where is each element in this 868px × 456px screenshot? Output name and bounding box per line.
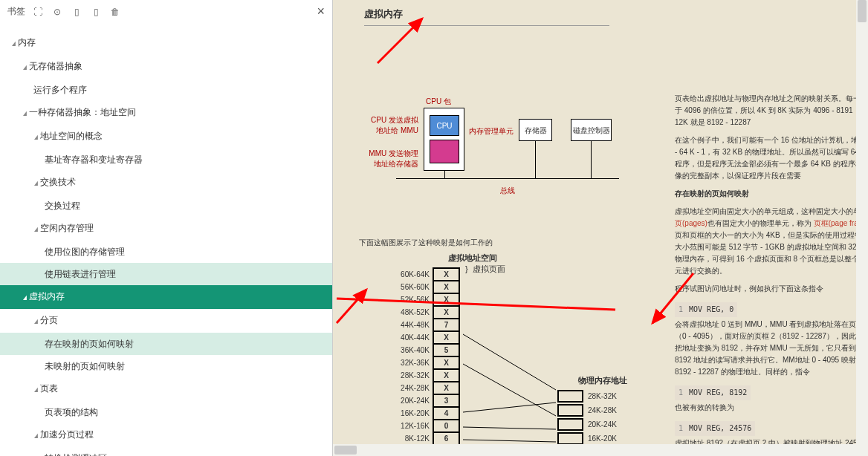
tree-node[interactable]: 交换过程: [0, 195, 332, 217]
tree-node[interactable]: 使用位图的存储管理: [0, 241, 332, 263]
delete-icon[interactable]: 🗑: [110, 7, 120, 17]
cpu-pkg-label: CPU 包: [426, 97, 451, 107]
disk-block: 磁盘控制器: [571, 119, 612, 141]
doc-heading: 虚拟内存: [364, 7, 609, 26]
cpu-diagram: CPU 包 CPU CPU 发送虚拟地址给 MMU MMU 发送物理地址给存储器…: [359, 97, 626, 215]
tree-node[interactable]: 未映射的页如何映射: [0, 355, 332, 377]
tree-node[interactable]: 存在映射的页如何映射: [0, 333, 332, 355]
tree-node[interactable]: 运行多个程序: [0, 79, 332, 101]
bookmark-sidebar: 书签 ⛶ ⊙ ▯ ▯ 🗑 × 内存无存储器抽象运行多个程序一种存储器抽象：地址空…: [0, 0, 333, 456]
bus-label: 总线: [500, 186, 515, 196]
horizontal-scrollbar[interactable]: [333, 444, 868, 456]
document-viewer: 虚拟内存 CPU 包 CPU CPU 发送虚拟地址给 MMU MMU 发送物理地…: [333, 0, 868, 456]
sidebar-header: 书签 ⛶ ⊙ ▯ ▯ 🗑 ×: [0, 0, 332, 24]
tree-node[interactable]: 分页: [0, 309, 332, 333]
mem-block: 存储器: [519, 119, 552, 141]
cpu-block: CPU: [430, 115, 459, 136]
tree-node[interactable]: 地址空间的概念: [0, 125, 332, 149]
tree-node[interactable]: 内存: [0, 31, 332, 55]
diagram-caption: 下面这幅图展示了这种映射是如何工作的: [359, 238, 493, 248]
brace-label: } 虚拟页面: [465, 264, 505, 275]
vmem-title: 虚拟地址空间: [448, 253, 497, 264]
tree-node[interactable]: 一种存储器抽象：地址空间: [0, 101, 332, 125]
heading-text: 虚拟内存: [364, 7, 609, 26]
close-icon[interactable]: ×: [317, 4, 325, 19]
tree-node[interactable]: 无存储器抽象: [0, 55, 332, 79]
tree-node[interactable]: 空闲内存管理: [0, 217, 332, 241]
tree-node[interactable]: 交换技术: [0, 171, 332, 195]
svg-line-7: [337, 290, 366, 323]
expand-icon[interactable]: ⛶: [33, 7, 43, 17]
article-text: 页表给出虚拟地址与物理内存地址之间的映射关系。每一页起始于 4096 的倍位置，…: [675, 93, 868, 456]
tree-node[interactable]: 页表: [0, 377, 332, 401]
vertical-scrollbar[interactable]: [856, 0, 868, 456]
bookmark-tree: 内存无存储器抽象运行多个程序一种存储器抽象：地址空间地址空间的概念基址寄存器和变…: [0, 24, 332, 456]
sidebar-tool-icons: ⛶ ⊙ ▯ ▯ 🗑: [33, 7, 120, 17]
mmu-desc: MMU 发送物理地址给存储器: [355, 149, 418, 169]
tree-node[interactable]: 加速分页过程: [0, 423, 332, 447]
vmem-table: 虚拟地址空间 60K-64KX56K-60KX52K-56KX48K-52KX4…: [385, 253, 497, 446]
bookmark-remove-icon[interactable]: ▯: [91, 7, 101, 17]
sidebar-title: 书签: [7, 5, 25, 18]
tree-node[interactable]: 虚拟内存: [0, 285, 332, 309]
cpu-desc1: CPU 发送虚拟地址给 MMU: [355, 115, 418, 136]
tree-node[interactable]: 转换检测缓冲区: [0, 447, 332, 456]
bookmark-add-icon[interactable]: ▯: [71, 7, 82, 17]
tree-node[interactable]: 基址寄存器和变址寄存器: [0, 149, 332, 171]
locate-icon[interactable]: ⊙: [52, 7, 62, 17]
tree-node[interactable]: 页表项的结构: [0, 401, 332, 423]
mem-unit-label: 内存管理单元: [469, 126, 514, 137]
phys-title: 物理内存地址: [578, 375, 635, 386]
tree-node[interactable]: 使用链表进行管理: [0, 263, 332, 285]
